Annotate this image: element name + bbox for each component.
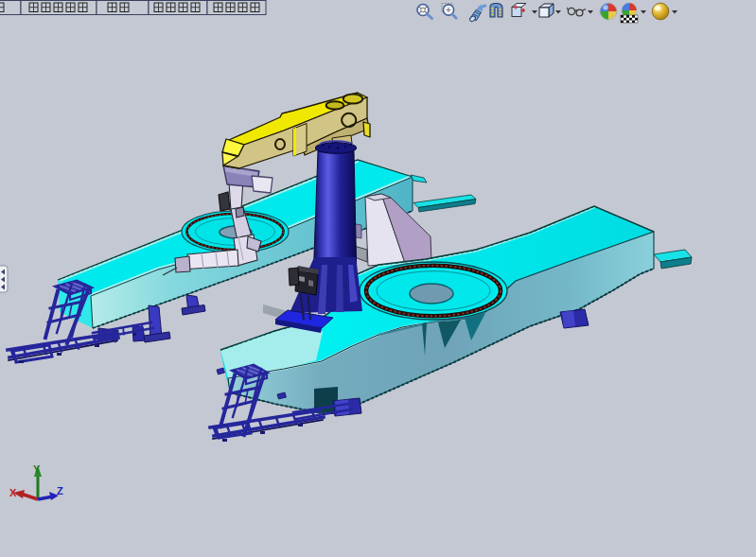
svg-text:X: X <box>9 487 17 498</box>
svg-text:Y: Y <box>33 463 41 475</box>
svg-text:Z: Z <box>57 485 63 496</box>
